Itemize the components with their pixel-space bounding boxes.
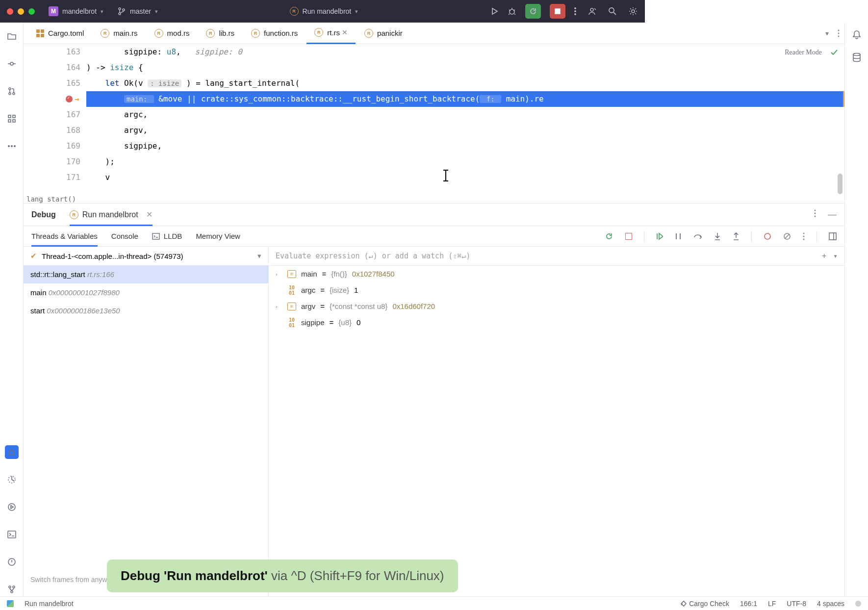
variable-row[interactable]: ›≡main = {fn()} 0x1027f8450 [269,266,645,282]
project-selector[interactable]: M mandelbrot ▾ [49,6,103,16]
more-tool-icon[interactable] [5,139,19,153]
chevron-down-icon: ▾ [355,8,358,15]
rust-icon: R [364,29,373,38]
svg-point-13 [9,93,11,95]
rerun-icon[interactable] [605,232,613,241]
svg-point-0 [119,8,121,10]
rust-icon: R [70,210,78,219]
svg-point-10 [632,10,635,13]
svg-point-20 [11,146,12,147]
breakpoint-marker[interactable]: → [66,94,79,103]
threads-vars-tab[interactable]: Threads & Variables [31,232,98,247]
debug-tab[interactable]: Debug [31,210,56,219]
close-window-icon[interactable] [7,8,13,15]
project-tool-icon[interactable] [5,29,19,43]
run-config-selector[interactable]: R Run mandelbrot ▾ [290,7,358,16]
editor-tabs: Cargo.toml Rmain.rs Rmod.rs Rlib.rs Rfun… [24,23,645,44]
variables-pane: Evaluate expression (↵) or add a watch (… [269,247,645,451]
breadcrumb[interactable]: lang_start() [26,195,76,203]
tab-mod-rs[interactable]: Rmod.rs [147,23,198,44]
commit-tool-icon[interactable] [5,57,19,71]
code-with-me-icon[interactable] [587,6,597,16]
svg-point-22 [9,450,14,451]
stop-button[interactable] [550,4,565,19]
variable-row[interactable]: 1001sigpipe = {u8} 0 [269,314,645,330]
text-cursor [445,170,446,181]
run-session-tab[interactable]: RRun mandelbrot✕ [70,210,153,226]
tab-panicking[interactable]: Rpanickir [357,23,410,44]
svg-point-11 [10,62,13,65]
close-icon[interactable]: ✕ [342,28,348,36]
tab-rt-rs[interactable]: Rrt.rs✕ [306,23,356,44]
left-tool-rail [0,23,24,451]
svg-point-2 [123,9,125,11]
branch-name: master [130,7,151,15]
rust-icon: R [314,28,323,37]
chevron-down-icon: ▾ [101,8,103,15]
svg-point-12 [9,88,11,90]
maximize-window-icon[interactable] [28,8,35,15]
pull-requests-icon[interactable] [5,84,19,98]
tab-function-rs[interactable]: Rfunction.rs [243,23,306,44]
settings-icon[interactable] [628,6,638,16]
titlebar: M mandelbrot ▾ master ▾ R Run mandelbrot… [0,0,645,23]
stack-frame[interactable]: main 0x00000001027f8980 [24,283,268,302]
minimize-window-icon[interactable] [18,8,24,15]
structure-tool-icon[interactable] [5,112,19,126]
lldb-tab[interactable]: LLDB [152,232,182,240]
svg-rect-17 [8,120,11,122]
branch-icon [117,7,126,16]
stack-frame[interactable]: std::rt::lang_start rt.rs:166 [24,265,268,283]
window-controls [7,8,35,15]
svg-rect-16 [13,115,15,118]
svg-point-9 [609,8,614,13]
evaluate-expression-input[interactable]: Evaluate expression (↵) or add a watch (… [269,247,645,266]
stack-frame[interactable]: start 0x0000000186e13e50 [24,302,268,320]
tab-main-rs[interactable]: Rmain.rs [93,23,145,44]
project-badge: M [49,6,58,16]
primitive-icon: 1001 [287,286,296,294]
svg-rect-15 [8,115,11,118]
frames-pane: ✔ Thread-1-<com.apple...in-thread> (5749… [24,247,269,451]
svg-rect-37 [153,233,159,239]
debug-toolbar: Threads & Variables Console LLDB Memory … [24,226,645,247]
debug-panel: Debug RRun mandelbrot✕ — Threads & Varia… [24,203,645,451]
stop-icon[interactable] [625,233,632,240]
expand-icon[interactable]: › [276,304,282,309]
rerun-button[interactable] [525,4,541,19]
run-icon[interactable] [490,7,499,16]
svg-point-19 [8,146,9,147]
close-icon[interactable]: ✕ [146,210,153,219]
branch-selector[interactable]: master ▾ [117,7,158,16]
thread-selector[interactable]: ✔ Thread-1-<com.apple...in-thread> (5749… [24,247,268,265]
expand-icon[interactable]: › [276,271,282,277]
code-editor[interactable]: Reader Mode 163164165167168169170171 → s… [24,44,645,186]
struct-icon: ≡ [287,270,296,278]
console-tab[interactable]: Console [111,232,138,240]
svg-point-6 [575,11,576,12]
svg-point-1 [119,13,121,15]
debug-tool-icon[interactable] [5,445,19,451]
run-config-name: Run mandelbrot [303,7,352,15]
svg-point-7 [575,14,576,15]
variable-row[interactable]: 1001argc = {isize} 1 [269,282,645,298]
struct-icon: ≡ [287,303,296,310]
svg-rect-4 [555,8,561,14]
rust-icon: R [206,29,215,38]
tab-lib-rs[interactable]: Rlib.rs [198,23,242,44]
more-icon[interactable] [574,7,576,16]
rust-icon: R [101,29,109,38]
cargo-icon [36,29,44,37]
variable-row[interactable]: ›≡argv = {*const *const u8} 0x16d60f720 [269,298,645,314]
svg-point-5 [575,8,576,9]
svg-rect-18 [13,120,15,122]
rust-icon: R [154,29,163,38]
search-icon[interactable] [608,6,617,16]
debug-icon[interactable] [508,7,516,16]
project-name: mandelbrot [62,7,97,15]
chevron-down-icon: ▾ [155,8,158,15]
code-area[interactable]: sigpipe: u8, sigpipe: 0 ) -> isize { let… [86,44,645,185]
tab-cargo-toml[interactable]: Cargo.toml [28,23,92,44]
memory-view-tab[interactable]: Memory View [196,232,240,240]
check-icon: ✔ [30,252,37,260]
